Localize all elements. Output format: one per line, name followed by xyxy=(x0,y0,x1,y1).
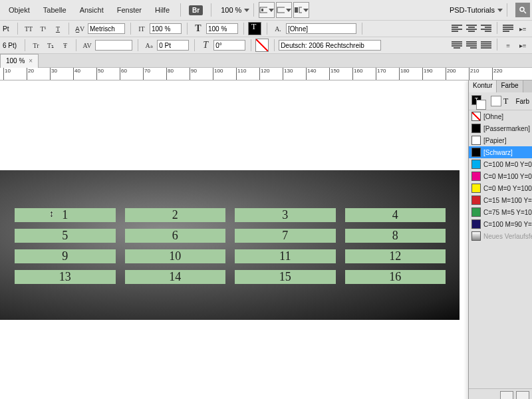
charstyle-field[interactable]: [Ohne] xyxy=(286,23,356,34)
tracking-icon: AV xyxy=(80,39,94,52)
table-cell[interactable]: 11 xyxy=(235,249,336,263)
view-options-icon[interactable] xyxy=(259,2,275,18)
font-size[interactable]: Pt xyxy=(3,25,11,33)
align-left-icon[interactable] xyxy=(450,22,464,35)
swatch-name: [Papier] xyxy=(483,137,506,144)
arrange-icon[interactable] xyxy=(293,2,309,18)
small-caps-button[interactable]: Tr xyxy=(29,39,43,52)
table-cell[interactable]: 7 xyxy=(235,229,336,243)
table-cell[interactable]: 3 xyxy=(235,208,336,222)
menu-tabelle[interactable]: Tabelle xyxy=(37,3,73,17)
horizontal-ruler[interactable]: 1020304050607080901001101201301401501601… xyxy=(0,68,532,80)
fill-stroke-toggle[interactable]: T xyxy=(471,95,483,107)
table-cell[interactable]: 15 xyxy=(235,270,336,284)
svg-rect-3 xyxy=(295,7,298,13)
indent-icon[interactable]: ▸≡ xyxy=(516,22,529,35)
align-right-icon[interactable] xyxy=(479,22,493,35)
table-cell[interactable]: 13 xyxy=(15,270,116,284)
superscript-button[interactable]: T¹ xyxy=(37,22,50,35)
baseline-field[interactable]: 0 Pt xyxy=(157,40,189,51)
table-cell[interactable]: 14 xyxy=(125,270,226,284)
subscript-button[interactable]: T₁ xyxy=(44,39,57,52)
table-cell[interactable]: 16 xyxy=(345,270,446,284)
swatch-color xyxy=(471,112,481,121)
swatch-name: C=0 M=100 Y=0 xyxy=(483,173,532,180)
table-cell[interactable]: 8 xyxy=(345,229,446,243)
language-field[interactable]: Deutsch: 2006 Rechtschreib xyxy=(279,40,381,51)
swatch-row[interactable]: C=0 M=0 Y=100 xyxy=(469,182,532,194)
new-swatch-icon[interactable] xyxy=(500,391,513,399)
screen-mode-icon[interactable] xyxy=(276,2,292,18)
fill-swatch[interactable]: T xyxy=(248,22,261,35)
search-icon[interactable] xyxy=(515,3,530,17)
swatch-name: C=0 M=0 Y=100 xyxy=(483,185,532,192)
skew-field[interactable]: 0° xyxy=(213,40,245,51)
swatch-row[interactable]: [Passermarken] xyxy=(469,122,532,134)
swatch-row[interactable]: C=0 M=100 Y=0 xyxy=(469,170,532,182)
vscale-icon: IT xyxy=(135,22,148,35)
swatch-row[interactable]: [Papier] xyxy=(469,134,532,146)
leading[interactable]: 6 Pt) xyxy=(3,42,18,49)
swatch-row[interactable]: C=15 M=100 Y= xyxy=(469,194,532,206)
justify-left-icon[interactable] xyxy=(501,22,515,35)
swatch-row[interactable]: C=100 M=90 Y= xyxy=(469,218,532,230)
ruler-tick: 70 xyxy=(143,68,150,80)
justify-center-icon[interactable] xyxy=(450,39,464,52)
hscale-field[interactable]: 100 % xyxy=(206,23,238,34)
swatch-row[interactable]: C=100 M=0 Y=0 xyxy=(469,158,532,170)
table-cell[interactable]: 2 xyxy=(125,208,226,222)
stroke-swatch[interactable] xyxy=(255,39,269,52)
table-cell[interactable]: 12 xyxy=(345,249,446,263)
ruler-tick: 80 xyxy=(166,68,174,80)
kerning-field[interactable]: Metrisch xyxy=(88,23,125,34)
workspace[interactable]: 12345678910111213141516 ↕ Kontur Farbe T… xyxy=(0,80,532,399)
table-cell[interactable]: 6 xyxy=(125,229,226,243)
text-toggle[interactable]: T xyxy=(503,96,508,106)
table-cell[interactable]: 4 xyxy=(345,208,446,222)
indent-icon[interactable]: ▸≡ xyxy=(516,39,529,52)
document-tab[interactable]: 100 % × xyxy=(0,54,39,68)
svg-rect-2 xyxy=(277,7,285,13)
new-swatch-row[interactable]: Neues Verlaufsfe xyxy=(469,230,532,242)
table-grid[interactable]: 12345678910111213141516 xyxy=(15,208,446,284)
outdent-icon[interactable]: ≡ xyxy=(501,39,515,52)
strikethrough-button[interactable]: Ŧ xyxy=(59,39,72,52)
close-icon[interactable]: × xyxy=(29,57,33,65)
swatch-row[interactable]: [Schwarz] xyxy=(469,146,532,158)
swatch-color xyxy=(471,172,481,181)
swatch-color xyxy=(471,136,481,145)
table-cell[interactable]: 9 xyxy=(15,249,116,263)
ruler-tick: 180 xyxy=(399,68,409,80)
swatch-row[interactable]: C=75 M=5 Y=10 xyxy=(469,206,532,218)
menu-objekt[interactable]: Objekt xyxy=(2,3,37,17)
chevron-down-icon[interactable] xyxy=(497,9,503,12)
ruler-tick: 30 xyxy=(50,68,57,80)
table-cell[interactable]: 1 xyxy=(15,208,116,222)
swatches-panel[interactable]: Kontur Farbe T T Farb [Ohne][Passermarke… xyxy=(468,80,532,399)
zoom-value: 100 % xyxy=(221,6,241,14)
tab-farbe[interactable]: Farbe xyxy=(497,80,523,92)
artboard[interactable]: 12345678910111213141516 xyxy=(0,170,460,320)
workspace-name[interactable]: PSD-Tutorials xyxy=(450,6,495,14)
justify-full-icon[interactable] xyxy=(479,39,493,52)
divider xyxy=(211,3,211,17)
ruler-tick: 220 xyxy=(492,68,502,80)
align-center-icon[interactable] xyxy=(465,22,478,35)
swatch-row[interactable]: [Ohne] xyxy=(469,110,532,122)
underline-button[interactable]: T xyxy=(51,22,65,35)
menu-hilfe[interactable]: Hilfe xyxy=(148,3,176,17)
menu-fenster[interactable]: Fenster xyxy=(110,3,148,17)
bridge-icon[interactable]: Br xyxy=(189,5,203,15)
table-cell[interactable]: 5 xyxy=(15,229,116,243)
tab-kontur[interactable]: Kontur xyxy=(469,80,497,92)
container-toggle[interactable] xyxy=(491,96,501,106)
tracking-field[interactable] xyxy=(95,40,132,51)
zoom-control[interactable]: 100 % xyxy=(221,6,249,14)
delete-swatch-icon[interactable] xyxy=(516,391,529,399)
justify-right-icon[interactable] xyxy=(465,39,478,52)
all-caps-button[interactable]: TT xyxy=(22,22,35,35)
vscale-field[interactable]: 100 % xyxy=(150,23,182,34)
menu-ansicht[interactable]: Ansicht xyxy=(73,3,110,17)
table-cell[interactable]: 10 xyxy=(125,249,226,263)
chevron-down-icon[interactable] xyxy=(244,9,249,12)
